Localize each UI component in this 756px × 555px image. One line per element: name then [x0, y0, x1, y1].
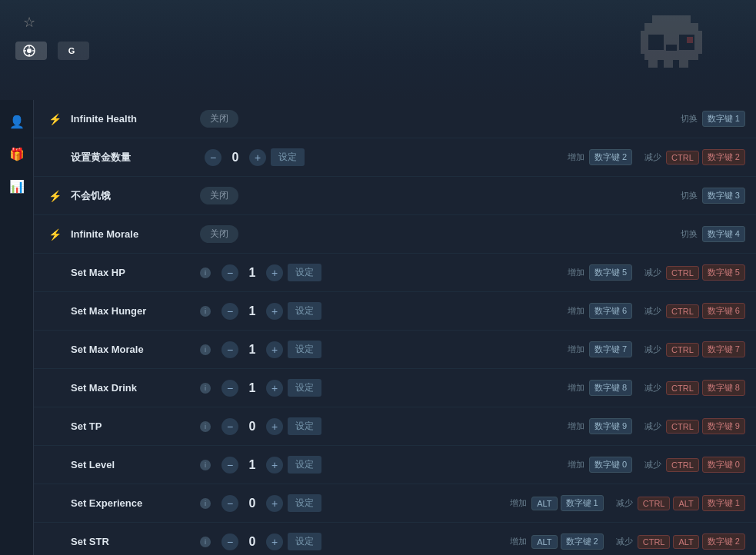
decrement-btn-set-str[interactable]: − — [221, 533, 238, 550]
decrement-btn-set-level[interactable]: − — [221, 457, 238, 474]
sidebar-item-gift[interactable]: 🎁 — [3, 140, 31, 168]
cheat-name-set-experience: Set Experience — [71, 497, 194, 509]
cheat-row-infinite-health: ⚡Infinite Health关闭切换数字键 1 — [34, 100, 756, 138]
set-btn-set-experience[interactable]: 设定 — [288, 494, 321, 512]
info-icon-set-tp[interactable]: i — [200, 421, 211, 432]
key-badge-set-max-hp-1-1[interactable]: 数字键 5 — [702, 264, 745, 281]
key-badge-infinite-health-0-0[interactable]: 数字键 1 — [702, 111, 745, 127]
info-icon-set-max-drink[interactable]: i — [200, 383, 211, 394]
set-btn-set-max-drink[interactable]: 设定 — [288, 379, 321, 397]
increment-btn-set-max-hunger[interactable]: + — [266, 303, 283, 320]
key-badge-set-str-1-2[interactable]: 数字键 2 — [702, 533, 745, 550]
info-icon-set-max-morale[interactable]: i — [200, 344, 211, 355]
key-badge-set-max-hp-1-0[interactable]: CTRL — [666, 266, 699, 280]
cheat-name-set-gold: 设置黄金数量 — [71, 151, 194, 165]
hotkey-label-set-max-hp-0: 增加 — [568, 267, 584, 278]
sidebar-item-stats[interactable]: 📊 — [3, 172, 31, 200]
key-badge-set-gold-1-1[interactable]: 数字键 2 — [702, 149, 745, 165]
num-value-set-level: 1 — [243, 458, 261, 472]
numeric-ctrl-set-max-drink: −1+设定 — [221, 379, 321, 397]
key-badge-set-gold-1-0[interactable]: CTRL — [666, 151, 699, 165]
cheat-row-set-max-morale: Set Max Moralei−1+设定增加数字键 7减少CTRL数字键 7 — [34, 331, 756, 369]
numeric-ctrl-set-experience: −0+设定 — [221, 494, 321, 512]
hotkey-area-set-experience: 增加ALT数字键 1减少CTRLALT数字键 1 — [510, 495, 745, 511]
increment-btn-set-gold[interactable]: + — [249, 149, 266, 166]
info-icon-set-str[interactable]: i — [200, 537, 211, 547]
info-icon-set-max-hp[interactable]: i — [200, 268, 211, 278]
increment-btn-set-str[interactable]: + — [266, 533, 283, 550]
hotkey-area-infinite-morale: 切换数字键 4 — [681, 226, 745, 242]
decrement-btn-set-tp[interactable]: − — [221, 418, 238, 435]
key-badge-set-experience-0-0[interactable]: ALT — [531, 497, 557, 510]
key-badge-set-level-1-1[interactable]: 数字键 0 — [702, 457, 745, 473]
decrement-btn-set-max-hunger[interactable]: − — [221, 303, 238, 320]
key-badge-infinite-morale-0-0[interactable]: 数字键 4 — [702, 226, 745, 242]
hotkey-label-set-level-1: 减少 — [644, 459, 661, 470]
key-badge-set-str-1-0[interactable]: CTRL — [638, 535, 671, 549]
key-badge-set-max-drink-0-0[interactable]: 数字键 8 — [589, 380, 632, 396]
key-badge-set-experience-0-1[interactable]: 数字键 1 — [561, 495, 604, 511]
key-badge-set-max-hunger-0-0[interactable]: 数字键 6 — [589, 303, 632, 319]
set-btn-set-max-hp[interactable]: 设定 — [288, 264, 321, 281]
key-badge-set-str-0-1[interactable]: 数字键 2 — [561, 533, 604, 550]
sidebar-item-user[interactable]: 👤 — [3, 108, 31, 135]
hotkey-area-set-max-hunger: 增加数字键 6减少CTRL数字键 6 — [568, 303, 745, 319]
chart-icon: 📊 — [9, 179, 25, 194]
key-badge-set-experience-1-2[interactable]: 数字键 1 — [702, 495, 745, 511]
increment-btn-set-experience[interactable]: + — [266, 495, 283, 512]
increment-btn-set-max-hp[interactable]: + — [266, 264, 283, 281]
decrement-btn-set-max-drink[interactable]: − — [221, 380, 238, 397]
favorite-star-icon[interactable]: ☆ — [23, 14, 35, 31]
key-badge-set-str-1-1[interactable]: ALT — [673, 535, 698, 549]
svg-point-1 — [27, 48, 32, 53]
key-badge-set-experience-1-0[interactable]: CTRL — [638, 497, 671, 510]
set-btn-set-max-morale[interactable]: 设定 — [288, 341, 321, 358]
key-badge-set-max-morale-0-0[interactable]: 数字键 7 — [589, 341, 632, 357]
set-btn-set-str[interactable]: 设定 — [288, 533, 321, 550]
key-badge-set-max-hp-0-0[interactable]: 数字键 5 — [589, 264, 632, 281]
cheat-name-infinite-morale: Infinite Morale — [71, 228, 194, 240]
info-icon-set-max-hunger[interactable]: i — [200, 306, 211, 317]
key-badge-set-gold-0-0[interactable]: 数字键 2 — [589, 149, 632, 165]
decrement-btn-set-max-hp[interactable]: − — [221, 264, 238, 281]
gift-icon: 🎁 — [9, 147, 25, 161]
increment-btn-set-max-drink[interactable]: + — [266, 380, 283, 397]
toggle-btn-infinite-morale[interactable]: 关闭 — [200, 225, 238, 243]
set-btn-set-level[interactable]: 设定 — [288, 456, 321, 474]
key-badge-no-hunger-0-0[interactable]: 数字键 3 — [702, 188, 745, 204]
key-badge-set-max-drink-1-1[interactable]: 数字键 8 — [702, 380, 745, 396]
set-btn-set-tp[interactable]: 设定 — [288, 417, 321, 435]
set-btn-set-gold[interactable]: 设定 — [271, 148, 305, 166]
increment-btn-set-tp[interactable]: + — [266, 418, 283, 435]
increment-btn-set-level[interactable]: + — [266, 457, 283, 474]
info-icon-set-experience[interactable]: i — [200, 498, 211, 509]
svg-rect-15 — [648, 60, 658, 68]
key-badge-set-tp-1-0[interactable]: CTRL — [666, 420, 699, 434]
key-badge-set-max-morale-1-1[interactable]: 数字键 7 — [702, 341, 745, 357]
cheat-row-no-hunger: ⚡不会饥饿关闭切换数字键 3 — [34, 177, 756, 215]
decrement-btn-set-gold[interactable]: − — [205, 149, 221, 166]
platform-gog[interactable]: G — [58, 42, 89, 60]
toggle-btn-infinite-health[interactable]: 关闭 — [200, 110, 238, 128]
decrement-btn-set-experience[interactable]: − — [221, 495, 238, 512]
key-badge-set-str-0-0[interactable]: ALT — [531, 535, 557, 549]
key-badge-set-max-morale-1-0[interactable]: CTRL — [666, 343, 699, 357]
key-badge-set-max-hunger-1-0[interactable]: CTRL — [666, 304, 699, 318]
hotkey-area-set-gold: 增加数字键 2减少CTRL数字键 2 — [568, 149, 745, 165]
key-badge-set-tp-1-1[interactable]: 数字键 9 — [702, 418, 745, 434]
hotkey-label-infinite-morale-0: 切换 — [681, 228, 698, 240]
decrement-btn-set-max-morale[interactable]: − — [221, 341, 238, 358]
cheat-row-set-level: Set Leveli−1+设定增加数字键 0减少CTRL数字键 0 — [34, 446, 756, 484]
info-icon-set-level[interactable]: i — [200, 460, 211, 470]
key-badge-set-max-drink-1-0[interactable]: CTRL — [666, 381, 699, 395]
set-btn-set-max-hunger[interactable]: 设定 — [288, 302, 321, 320]
key-badge-set-experience-1-1[interactable]: ALT — [673, 497, 698, 510]
key-badge-set-level-1-0[interactable]: CTRL — [666, 458, 699, 472]
increment-btn-set-max-morale[interactable]: + — [266, 341, 283, 358]
key-badge-set-level-0-0[interactable]: 数字键 0 — [589, 457, 632, 473]
key-badge-set-tp-0-0[interactable]: 数字键 9 — [589, 418, 632, 434]
key-badge-set-max-hunger-1-1[interactable]: 数字键 6 — [702, 303, 745, 319]
numeric-ctrl-set-max-hunger: −1+设定 — [221, 302, 321, 320]
platform-steam[interactable] — [15, 42, 47, 60]
toggle-btn-no-hunger[interactable]: 关闭 — [200, 187, 238, 204]
